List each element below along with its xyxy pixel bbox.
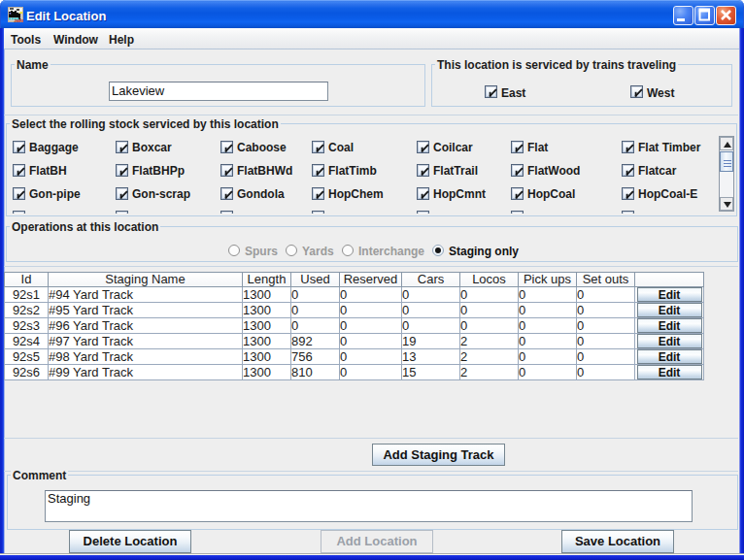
svg-text:JMRI: JMRI <box>14 18 23 22</box>
